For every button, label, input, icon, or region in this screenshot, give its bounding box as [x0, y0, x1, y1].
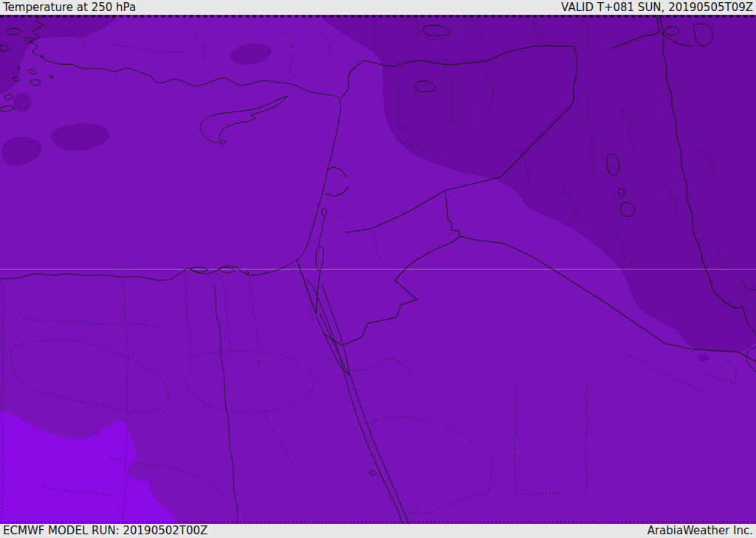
valid-time-label: VALID T+081 SUN, 20190505T09Z — [561, 0, 753, 15]
footer-bar: ECMWF MODEL RUN: 20190502T00Z ArabiaWeat… — [0, 524, 756, 538]
map-svg — [0, 15, 756, 524]
model-run-label: ECMWF MODEL RUN: 20190502T00Z — [3, 524, 207, 538]
brand-label: ArabiaWeather Inc. — [647, 524, 753, 538]
header-bar: Temperature at 250 hPa VALID T+081 SUN, … — [0, 0, 756, 15]
map-title: Temperature at 250 hPa — [3, 0, 136, 15]
map-area — [0, 15, 756, 524]
weather-map-screen: Temperature at 250 hPa VALID T+081 SUN, … — [0, 0, 756, 538]
